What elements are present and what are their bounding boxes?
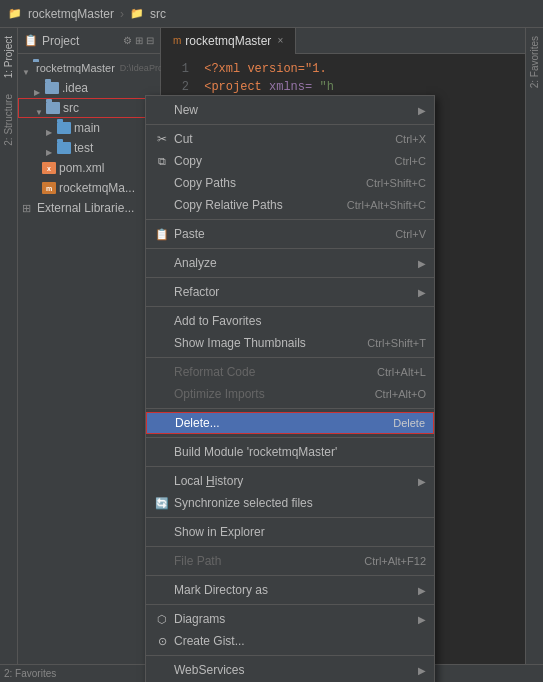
bottom-bar-label: 2: Favorites bbox=[4, 668, 56, 679]
chevron-test bbox=[46, 144, 54, 152]
reformat-icon bbox=[154, 364, 170, 380]
menu-item-filepath-label: File Path bbox=[174, 554, 221, 568]
main-folder-icon bbox=[57, 122, 71, 134]
menu-item-delete[interactable]: Delete... Delete bbox=[146, 412, 434, 434]
menu-item-webservices[interactable]: WebServices ▶ bbox=[146, 659, 434, 681]
tree-item-idea[interactable]: .idea bbox=[18, 78, 160, 98]
editor-tab-rocketmq[interactable]: m rocketmqMaster × bbox=[161, 28, 296, 54]
sidebar-collapse-icon[interactable]: ⊟ bbox=[146, 35, 154, 46]
sep-10 bbox=[146, 517, 434, 518]
menu-item-sync[interactable]: 🔄 Synchronize selected files bbox=[146, 492, 434, 514]
reformat-shortcut: Ctrl+Alt+L bbox=[377, 366, 426, 378]
chevron-main bbox=[46, 124, 54, 132]
sep-12 bbox=[146, 575, 434, 576]
delete-shortcut: Delete bbox=[393, 417, 425, 429]
menu-item-cut[interactable]: ✂ Cut Ctrl+X bbox=[146, 128, 434, 150]
tree-item-test[interactable]: test bbox=[18, 138, 160, 158]
menu-item-local-history[interactable]: Local History ▶ bbox=[146, 470, 434, 492]
tree-item-main[interactable]: main bbox=[18, 118, 160, 138]
menu-item-analyze[interactable]: Analyze ▶ bbox=[146, 252, 434, 274]
menu-item-gist[interactable]: ⊙ Create Gist... bbox=[146, 630, 434, 652]
mark-dir-icon bbox=[154, 582, 170, 598]
menu-item-delete-left: Delete... bbox=[155, 415, 220, 431]
diagrams-icon: ⬡ bbox=[154, 611, 170, 627]
menu-item-copy[interactable]: ⧉ Copy Ctrl+C bbox=[146, 150, 434, 172]
sidebar-settings-icon[interactable]: ⚙ bbox=[123, 35, 132, 46]
menu-item-explorer[interactable]: Show in Explorer bbox=[146, 521, 434, 543]
menu-item-diagrams[interactable]: ⬡ Diagrams ▶ bbox=[146, 608, 434, 630]
refactor-icon bbox=[154, 284, 170, 300]
menu-item-delete-label: Delete... bbox=[175, 416, 220, 430]
menu-item-copy-relative[interactable]: Copy Relative Paths Ctrl+Alt+Shift+C bbox=[146, 194, 434, 216]
top-bar-project-name: rocketmqMaster bbox=[28, 7, 114, 21]
webservices-arrow: ▶ bbox=[418, 665, 426, 676]
menu-item-analyze-label: Analyze bbox=[174, 256, 217, 270]
menu-item-cut-left: ✂ Cut bbox=[154, 131, 193, 147]
menu-item-thumbnails-label: Show Image Thumbnails bbox=[174, 336, 306, 350]
sidebar-header: 📋 Project ⚙ ⊞ ⊟ bbox=[18, 28, 160, 54]
menu-item-webservices-left: WebServices bbox=[154, 662, 244, 678]
analyze-icon bbox=[154, 255, 170, 271]
menu-item-local-history-label: Local History bbox=[174, 474, 243, 488]
tab-label: rocketmqMaster bbox=[185, 34, 271, 48]
menu-item-new-label: New bbox=[174, 103, 198, 117]
thumbnails-shortcut: Ctrl+Shift+T bbox=[367, 337, 426, 349]
menu-item-sync-left: 🔄 Synchronize selected files bbox=[154, 495, 313, 511]
menu-item-copy-paths[interactable]: Copy Paths Ctrl+Shift+C bbox=[146, 172, 434, 194]
project-tree: rocketmqMaster D:\IdeaProjects\rocketmqM… bbox=[18, 54, 160, 222]
sidebar-expand-icon[interactable]: ⊞ bbox=[135, 35, 143, 46]
menu-item-reformat-label: Reformat Code bbox=[174, 365, 255, 379]
favorites-vtab[interactable]: 2: Favorites bbox=[527, 28, 542, 96]
filepath-icon bbox=[154, 553, 170, 569]
top-bar-src-label: src bbox=[150, 7, 166, 21]
build-icon bbox=[154, 444, 170, 460]
sep-6 bbox=[146, 357, 434, 358]
diagrams-arrow: ▶ bbox=[418, 614, 426, 625]
copy-shortcut: Ctrl+C bbox=[395, 155, 426, 167]
tree-item-src[interactable]: src bbox=[18, 98, 160, 118]
project-sidebar: 📋 Project ⚙ ⊞ ⊟ rocketmqMaster D:\IdeaPr… bbox=[18, 28, 161, 682]
tree-item-ext[interactable]: ⊞ External Librarie... bbox=[18, 198, 160, 218]
structure-vtab[interactable]: 2: Structure bbox=[1, 86, 16, 154]
paste-icon: 📋 bbox=[154, 226, 170, 242]
tree-item-root[interactable]: rocketmqMaster D:\IdeaProjects\rocketmqM bbox=[18, 58, 160, 78]
cut-icon: ✂ bbox=[154, 131, 170, 147]
ext-label: External Librarie... bbox=[37, 201, 134, 215]
menu-item-filepath-left: File Path bbox=[154, 553, 221, 569]
tree-item-rocketmq[interactable]: m rocketmqMa... bbox=[18, 178, 160, 198]
explorer-icon bbox=[154, 524, 170, 540]
copy-icon: ⧉ bbox=[154, 153, 170, 169]
menu-item-paste[interactable]: 📋 Paste Ctrl+V bbox=[146, 223, 434, 245]
menu-item-favorites-label: Add to Favorites bbox=[174, 314, 261, 328]
top-bar-separator: › bbox=[120, 7, 124, 21]
top-bar: 📁 rocketmqMaster › 📁 src bbox=[0, 0, 543, 28]
menu-item-refactor[interactable]: Refactor ▶ bbox=[146, 281, 434, 303]
sep-11 bbox=[146, 546, 434, 547]
rocketmq-file-icon: m bbox=[42, 182, 56, 194]
menu-item-favorites[interactable]: Add to Favorites bbox=[146, 310, 434, 332]
sep-8 bbox=[146, 437, 434, 438]
menu-item-paste-label: Paste bbox=[174, 227, 205, 241]
code-line-1: 1 <?xml version="1. bbox=[169, 60, 517, 78]
editor-tabs: m rocketmqMaster × bbox=[161, 28, 525, 54]
new-arrow: ▶ bbox=[418, 105, 426, 116]
project-vtab[interactable]: 1: Project bbox=[1, 28, 16, 86]
thumbnails-icon bbox=[154, 335, 170, 351]
menu-item-thumbnails[interactable]: Show Image Thumbnails Ctrl+Shift+T bbox=[146, 332, 434, 354]
test-folder-icon bbox=[57, 142, 71, 154]
menu-item-mark-dir[interactable]: Mark Directory as ▶ bbox=[146, 579, 434, 601]
menu-item-build[interactable]: Build Module 'rocketmqMaster' bbox=[146, 441, 434, 463]
pom-label: pom.xml bbox=[59, 161, 104, 175]
src-label: src bbox=[63, 101, 79, 115]
menu-item-diagrams-label: Diagrams bbox=[174, 612, 225, 626]
tab-close-icon[interactable]: × bbox=[277, 35, 283, 46]
menu-item-optimize: Optimize Imports Ctrl+Alt+O bbox=[146, 383, 434, 405]
menu-item-new[interactable]: New ▶ bbox=[146, 99, 434, 121]
filepath-shortcut: Ctrl+Alt+F12 bbox=[364, 555, 426, 567]
idea-folder-icon bbox=[45, 82, 59, 94]
sep-5 bbox=[146, 306, 434, 307]
menu-item-copy-label: Copy bbox=[174, 154, 202, 168]
menu-item-filepath: File Path Ctrl+Alt+F12 bbox=[146, 550, 434, 572]
tree-item-pom[interactable]: x pom.xml bbox=[18, 158, 160, 178]
sep-3 bbox=[146, 248, 434, 249]
